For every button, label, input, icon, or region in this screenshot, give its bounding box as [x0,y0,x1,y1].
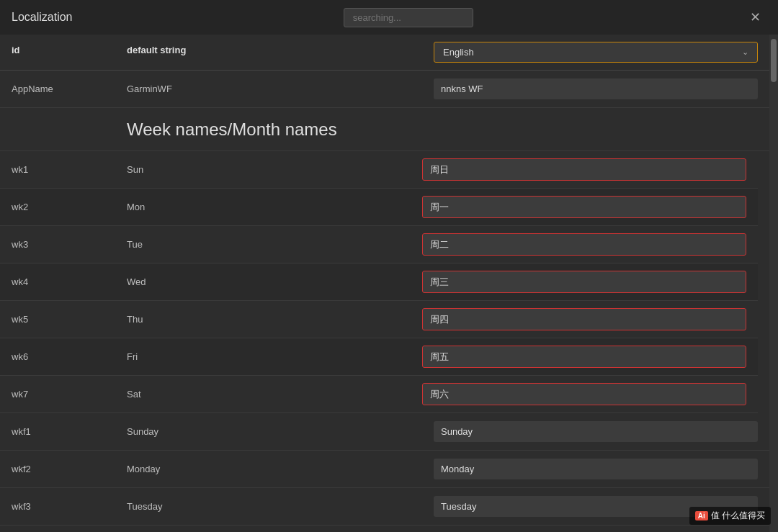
row-input-container [422,191,746,222]
row-input-container [422,379,746,410]
row-id: wk2 [12,196,127,218]
row-default: Sat [127,383,422,405]
section-heading: Week names/Month names [127,111,434,148]
row-id: wk7 [12,383,127,405]
row-default: Monday [127,458,434,480]
header-default-string: default string [127,42,434,63]
content-area: id default string English ⌄ AppName Garm… [0,35,778,532]
table-row: wk6 Fri [0,338,758,376]
row-input[interactable] [434,421,758,442]
table-row: wk5 Thu [0,301,758,338]
row-input[interactable] [422,346,746,368]
window-title: Localization [12,11,73,24]
row-input[interactable] [422,308,746,330]
row-id: wkf1 [12,420,127,443]
watermark: Ai 值 什么值得买 [689,507,771,525]
row-input[interactable] [422,271,746,293]
table-row: wk7 Sat [0,376,758,413]
week-rows-wrapper: wk1 Sun wk2 Mon wk3 Tue wk4 Wed wk5 [0,151,758,413]
row-input[interactable] [422,383,746,405]
row-id: wk6 [12,346,127,368]
row-id: wk3 [12,233,127,256]
header-id: id [12,42,127,63]
scrollbar-thumb[interactable] [771,39,777,82]
main-content: id default string English ⌄ AppName Garm… [0,35,769,532]
red-group-container: wk1 Sun wk2 Mon wk3 Tue wk4 Wed wk5 [0,151,769,413]
row-input-container [422,304,746,335]
row-input[interactable] [422,196,746,218]
language-dropdown-value: English [443,47,474,58]
table-row: wkf3 Tuesday [0,488,769,526]
row-default: Wed [127,271,422,293]
watermark-badge: Ai [695,511,708,520]
table-row: wkf2 Monday [0,451,769,488]
search-area [344,8,473,27]
row-input-container [422,154,746,185]
row-input-container [422,266,746,297]
row-input-container [434,417,758,446]
row-input[interactable] [434,459,758,479]
row-input[interactable] [422,158,746,181]
appname-input-container [434,74,758,104]
section-heading-row: Week names/Month names [0,108,769,151]
table-row: wk2 Mon [0,189,758,226]
row-input[interactable] [422,233,746,256]
chevron-down-icon: ⌄ [742,48,748,57]
search-input[interactable] [344,8,473,27]
row-id: wk1 [12,158,127,181]
watermark-text: 值 什么值得买 [711,510,765,522]
appname-input[interactable] [434,78,758,99]
row-id: wkf2 [12,458,127,480]
row-default: Tue [127,233,422,256]
scrollbar[interactable] [769,35,778,532]
row-id: wk4 [12,271,127,293]
row-input-container [422,341,746,372]
row-input-container [434,454,758,484]
table-row: wk3 Tue [0,226,758,263]
header-lang-dropdown-container: English ⌄ [434,42,758,63]
row-default: Sun [127,158,422,181]
appname-id: AppName [12,78,127,100]
language-dropdown[interactable]: English ⌄ [434,42,758,63]
row-default: Sunday [127,420,434,443]
table-row: wk1 Sun [0,151,758,189]
row-default: Mon [127,196,422,218]
close-button[interactable]: ✕ [744,8,766,27]
table-row: wk4 Wed [0,263,758,301]
full-week-rows-container: wkf1 Sunday wkf2 Monday wkf3 Tuesday [0,413,769,526]
row-default: Tuesday [127,495,434,518]
appname-default: GarminWF [127,78,434,100]
row-input-container [422,229,746,260]
appname-row: AppName GarminWF [0,71,769,108]
row-default: Thu [127,308,422,330]
table-row: wkf1 Sunday [0,413,769,451]
row-id: wk5 [12,308,127,330]
table-header: id default string English ⌄ [0,35,769,71]
title-bar: Localization ✕ [0,0,778,35]
row-default: Fri [127,346,422,368]
localization-window: Localization ✕ id default string English… [0,0,778,532]
row-id: wkf3 [12,495,127,518]
week-rows-container: wk1 Sun wk2 Mon wk3 Tue wk4 Wed wk5 [0,151,758,413]
